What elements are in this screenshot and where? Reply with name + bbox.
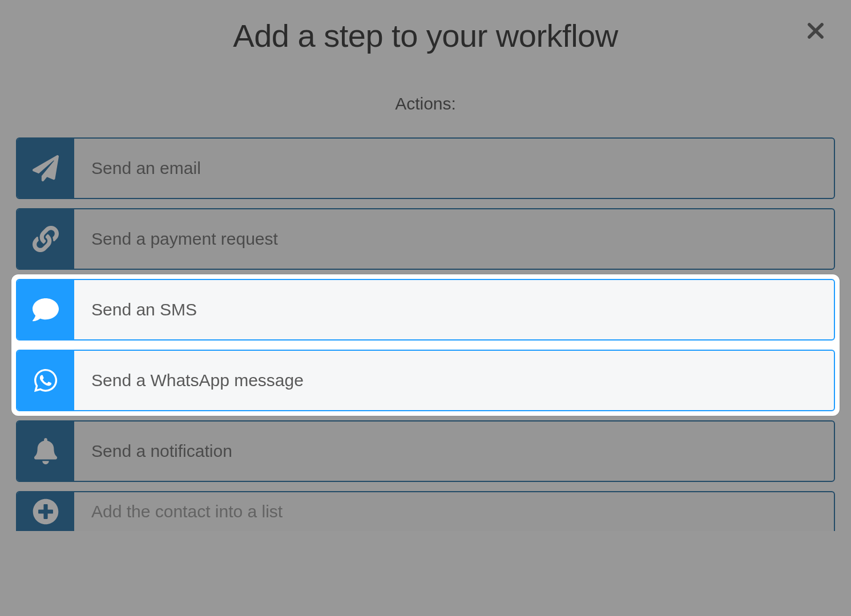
action-send-sms[interactable]: Send an SMS — [16, 279, 835, 341]
action-label: Send a notification — [74, 422, 232, 481]
action-label: Send a WhatsApp message — [74, 351, 304, 410]
action-label: Send an SMS — [74, 280, 197, 339]
close-icon — [805, 20, 826, 42]
modal-title: Add a step to your workflow — [16, 17, 835, 54]
highlighted-actions-group: Send an SMS Send a WhatsApp message — [11, 274, 840, 416]
close-button[interactable] — [802, 17, 829, 44]
action-send-whatsapp[interactable]: Send a WhatsApp message — [16, 350, 835, 411]
paper-plane-icon — [17, 139, 74, 198]
action-label: Send an email — [74, 139, 201, 198]
action-add-contact-to-list[interactable]: Add the contact into a list — [16, 491, 835, 531]
link-icon — [17, 209, 74, 269]
action-list: Send an email Send a payment request Sen… — [16, 137, 835, 531]
bell-icon — [17, 422, 74, 481]
plus-circle-icon — [17, 492, 74, 531]
action-send-payment-request[interactable]: Send a payment request — [16, 208, 835, 270]
action-label: Send a payment request — [74, 209, 278, 269]
actions-section-label: Actions: — [16, 94, 835, 114]
action-send-notification[interactable]: Send a notification — [16, 420, 835, 482]
action-send-email[interactable]: Send an email — [16, 137, 835, 199]
add-step-modal: Add a step to your workflow Actions: Sen… — [0, 0, 851, 616]
speech-bubble-icon — [17, 280, 74, 339]
action-label: Add the contact into a list — [74, 492, 283, 531]
whatsapp-icon — [17, 351, 74, 410]
